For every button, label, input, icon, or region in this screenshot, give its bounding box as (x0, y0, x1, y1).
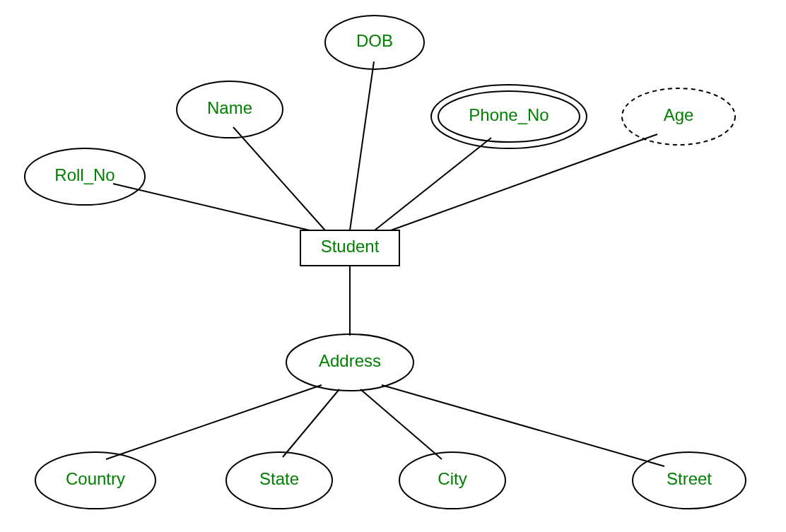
edge-address-city (360, 389, 442, 459)
subattr-street-label: Street (667, 469, 712, 488)
subattr-country-label: Country (66, 469, 125, 488)
edge-student-phone (375, 138, 491, 230)
subattr-city-label: City (438, 469, 467, 488)
attr-name-label: Name (207, 98, 252, 117)
attr-dob-label: DOB (356, 31, 393, 50)
entity-student-label: Student (321, 237, 380, 256)
attr-rollno-label: Roll_No (54, 165, 115, 184)
edge-address-state (283, 389, 339, 457)
edge-student-rollno (113, 184, 310, 230)
edge-student-age (391, 134, 657, 230)
edge-address-street (382, 385, 664, 466)
attr-age-label: Age (664, 105, 694, 124)
attr-address-label: Address (319, 351, 381, 370)
edge-student-dob (350, 61, 374, 230)
er-diagram: Student Roll_No Name DOB Phone_No Age Ad… (0, 0, 786, 532)
subattr-state-label: State (259, 469, 299, 488)
edge-address-country (106, 385, 322, 459)
attr-phone-label: Phone_No (469, 105, 549, 124)
